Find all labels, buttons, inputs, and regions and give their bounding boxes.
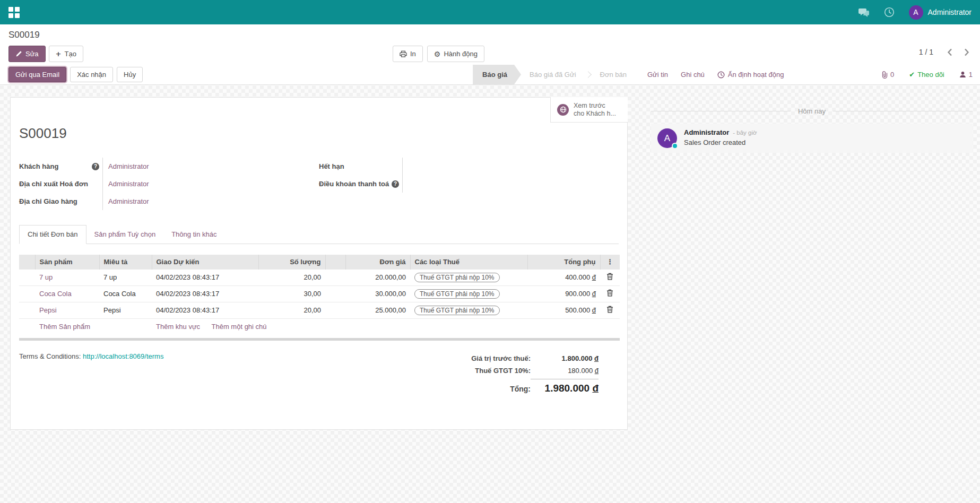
row-handle[interactable] <box>19 269 35 285</box>
check-icon: ✔ <box>909 71 915 79</box>
apps-menu-icon[interactable] <box>8 7 20 18</box>
optional-columns-icon[interactable]: ⋮ <box>600 255 620 269</box>
add-section-link[interactable]: Thêm khu vực <box>156 323 200 331</box>
activities-clock-icon[interactable] <box>883 6 895 18</box>
printer-icon <box>400 50 407 57</box>
gear-icon: ⚙ <box>434 50 441 58</box>
delete-row-icon[interactable] <box>600 285 620 302</box>
table-row[interactable]: Pepsi Pepsi 04/02/2023 08:43:17 20,00 25… <box>19 302 620 318</box>
stage-sales-order[interactable]: Đơn bán <box>592 65 635 84</box>
plus-icon: + <box>56 50 62 58</box>
col-product[interactable]: Sản phẩm <box>35 255 99 269</box>
globe-icon <box>557 104 569 116</box>
add-product-link[interactable]: Thêm Sản phẩm <box>39 323 90 331</box>
create-button[interactable]: + Tạo <box>49 46 83 62</box>
delivery-address-value[interactable]: Administrator <box>103 197 149 205</box>
order-title: S00019 <box>19 125 627 142</box>
delete-row-icon[interactable] <box>600 302 620 318</box>
col-quantity[interactable]: Số lượng <box>258 255 325 269</box>
total-value: 1.980.000 đ <box>531 379 599 394</box>
customer-label: Khách hàng ? <box>19 158 103 175</box>
chatter-thread: Hôm nay A Administrator - bây giờ Sales … <box>644 91 980 503</box>
stage-quotation-sent[interactable]: Báo giá đã Gửi <box>521 65 584 84</box>
terms-link[interactable]: http://localhost:8069/terms <box>83 352 163 360</box>
field-groups: Khách hàng ? Administrator Địa chỉ xuất … <box>19 158 619 210</box>
tab-order-lines[interactable]: Chi tiết Đơn bán <box>19 225 86 244</box>
message-body: Sales Order created <box>684 138 757 146</box>
pager-value: 1 / 1 <box>919 48 933 56</box>
log-note-button[interactable]: Ghi chú <box>681 71 705 79</box>
schedule-activity-button[interactable]: Ấn định hoạt động <box>717 71 784 79</box>
chatter-message[interactable]: A Administrator - bây giờ Sales Order cr… <box>651 124 973 153</box>
terms-and-conditions: Terms & Conditions: http://localhost:806… <box>19 352 163 396</box>
col-taxes[interactable]: Các loại Thuế <box>410 255 527 269</box>
follow-button[interactable]: ✔ Theo dõi <box>909 71 944 79</box>
payment-terms-label: Điều khoản thanh toá ? <box>319 175 403 193</box>
col-scheduled-date[interactable]: Giao Dự kiến <box>152 255 258 269</box>
col-unit-price[interactable]: Đơn giá <box>345 255 410 269</box>
message-author[interactable]: Administrator <box>684 128 729 136</box>
row-handle[interactable] <box>19 302 35 318</box>
form-sheet: Xem trướccho Khách h... S00019 Khách hàn… <box>10 97 628 430</box>
table-header-row: Sản phẩm Miêu tả Giao Dự kiến Số lượng Đ… <box>19 255 620 269</box>
table-resize-bar[interactable] <box>19 338 620 341</box>
table-row[interactable]: 7 up 7 up 04/02/2023 08:43:17 20,00 20.0… <box>19 269 620 285</box>
pager: 1 / 1 <box>919 48 969 56</box>
send-by-email-button[interactable]: Gửi qua Email <box>8 67 66 82</box>
help-icon[interactable]: ? <box>392 180 399 188</box>
person-icon <box>959 71 966 78</box>
date-divider: Hôm nay <box>651 107 973 115</box>
user-menu[interactable]: A Administrator <box>909 5 972 20</box>
cancel-button[interactable]: Hủy <box>117 67 143 82</box>
message-avatar: A <box>657 128 677 148</box>
action-button[interactable]: ⚙ Hành động <box>427 46 484 62</box>
pencil-icon <box>15 50 22 57</box>
notebook-tabs: Chi tiết Đơn bán Sản phẩm Tuỳ chọn Thông… <box>19 225 619 244</box>
pager-previous-icon[interactable] <box>947 48 952 56</box>
statusbar: Gửi qua Email Xác nhận Hủy Báo giá Báo g… <box>0 65 980 85</box>
send-message-button[interactable]: Gửi tin <box>647 71 668 79</box>
attachments-button[interactable]: 0 <box>881 71 894 79</box>
message-timestamp: - bây giờ <box>733 129 757 136</box>
invoice-address-label: Địa chỉ xuất Hoá đơn <box>19 175 103 193</box>
clock-icon <box>717 71 725 79</box>
col-empty <box>325 255 345 269</box>
tax-tag[interactable]: Thuế GTGT phải nộp 10% <box>414 273 500 282</box>
control-panel: S00019 Sửa + Tạo In ⚙ Hành động <box>0 24 980 85</box>
paperclip-icon <box>881 71 888 79</box>
col-subtotal[interactable]: Tổng phụ <box>527 255 600 269</box>
order-lines-table: Sản phẩm Miêu tả Giao Dự kiến Số lượng Đ… <box>19 255 620 335</box>
top-navbar: A Administrator <box>0 0 980 24</box>
pager-next-icon[interactable] <box>964 48 969 56</box>
invoice-address-value[interactable]: Administrator <box>103 180 149 188</box>
tab-other-info[interactable]: Thông tin khác <box>163 226 224 244</box>
row-handle[interactable] <box>19 285 35 302</box>
tax-amount-label: Thuế GTGT 10%: <box>475 367 531 375</box>
handle-column-header <box>19 255 35 269</box>
odoo-sale-order-form: A Administrator S00019 Sửa + Tạo In <box>0 0 980 503</box>
edit-button[interactable]: Sửa <box>8 46 46 62</box>
total-label: Tổng: <box>510 385 531 393</box>
online-status-dot <box>672 143 678 149</box>
confirm-button[interactable]: Xác nhận <box>70 67 113 82</box>
delete-row-icon[interactable] <box>600 269 620 285</box>
table-footer-row: Thêm Sản phẩm Thêm khu vực Thêm một ghi … <box>19 318 620 335</box>
user-name: Administrator <box>928 8 972 16</box>
breadcrumb[interactable]: S00019 <box>8 30 40 40</box>
col-description[interactable]: Miêu tả <box>99 255 152 269</box>
customer-value[interactable]: Administrator <box>103 162 149 170</box>
tax-tag[interactable]: Thuế GTGT phải nộp 10% <box>414 306 500 315</box>
tab-optional-products[interactable]: Sản phẩm Tuỳ chọn <box>86 226 164 244</box>
add-note-link[interactable]: Thêm một ghi chú <box>212 323 267 331</box>
messages-icon[interactable] <box>858 6 870 18</box>
untaxed-amount-label: Giá trị trước thuế: <box>471 354 531 362</box>
print-button[interactable]: In <box>393 46 423 62</box>
help-icon[interactable]: ? <box>92 163 99 170</box>
expiration-label: Hết hạn <box>319 158 403 175</box>
tax-tag[interactable]: Thuế GTGT phải nộp 10% <box>414 289 500 299</box>
stage-quotation[interactable]: Báo giá <box>473 65 521 84</box>
followers-button[interactable]: 1 <box>959 71 973 79</box>
customer-preview-button[interactable]: Xem trướccho Khách h... <box>550 97 628 123</box>
tax-amount-value: 180.000 đ <box>531 367 599 375</box>
table-row[interactable]: Coca Cola Coca Cola 04/02/2023 08:43:17 … <box>19 285 620 302</box>
